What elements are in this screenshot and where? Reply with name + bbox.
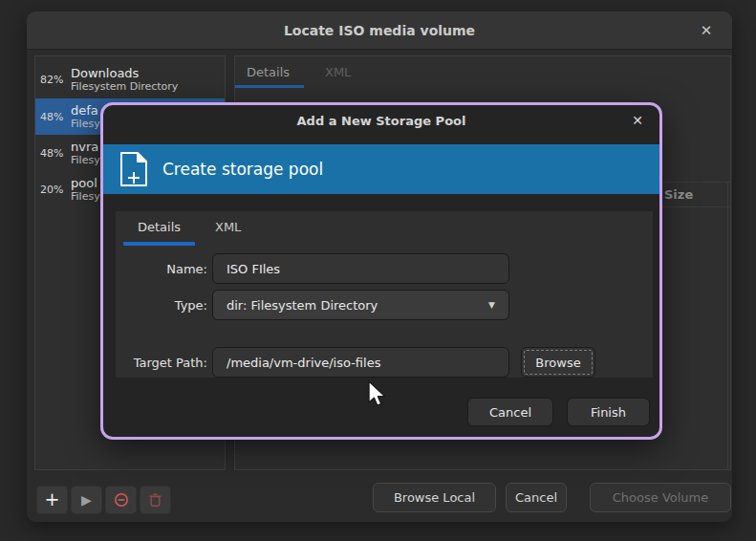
app-background: Locate ISO media volume ✕ 82% Downloads … xyxy=(0,0,756,541)
target-path-input[interactable]: /media/vm-drive/iso-files xyxy=(212,347,509,378)
pool-name: pool xyxy=(71,176,100,190)
type-label: Type: xyxy=(121,298,207,313)
pool-type: Filesystem Directory xyxy=(71,80,178,93)
pool-usage: 48% xyxy=(40,111,71,123)
banner-title: Create storage pool xyxy=(162,160,323,179)
dialog-tab-underline xyxy=(123,242,195,246)
dialog-tab-xml[interactable]: XML xyxy=(215,220,241,234)
window-title: Locate ISO media volume xyxy=(27,11,732,50)
chevron-down-icon: ▼ xyxy=(488,300,495,310)
pool-usage: 82% xyxy=(40,74,71,86)
window-close-button[interactable]: ✕ xyxy=(692,11,721,50)
close-icon: ✕ xyxy=(632,113,643,128)
tab-details[interactable]: Details xyxy=(247,65,290,79)
close-icon: ✕ xyxy=(701,22,713,39)
pool-type: Filesy xyxy=(71,118,100,130)
dialog-close-button[interactable]: ✕ xyxy=(625,105,650,137)
type-dropdown-value: dir: Filesystem Directory xyxy=(227,298,378,313)
trash-icon xyxy=(148,492,162,508)
start-pool-button[interactable]: ▶ xyxy=(71,486,102,514)
new-document-icon xyxy=(119,151,149,187)
pool-name: nvra xyxy=(71,140,100,154)
tab-xml[interactable]: XML xyxy=(325,65,351,79)
pool-usage: 48% xyxy=(40,147,71,160)
pool-type: Filesy xyxy=(71,154,100,166)
pool-name: Downloads xyxy=(71,66,178,80)
plus-icon: + xyxy=(45,488,60,509)
dialog-titlebar[interactable]: Add a New Storage Pool ✕ xyxy=(103,105,659,137)
pool-row-downloads[interactable]: 82% Downloads Filesystem Directory xyxy=(35,61,225,97)
type-dropdown[interactable]: dir: Filesystem Directory ▼ xyxy=(212,290,509,320)
size-column-header[interactable]: Size xyxy=(664,187,693,202)
target-path-label: Target Path: xyxy=(112,356,207,370)
stop-circle-icon xyxy=(114,492,129,508)
browse-button[interactable]: Browse xyxy=(521,347,595,378)
dialog-title: Add a New Storage Pool xyxy=(103,105,659,137)
dialog-cancel-button[interactable]: Cancel xyxy=(467,398,553,426)
delete-pool-button[interactable] xyxy=(140,486,171,514)
tab-underline xyxy=(235,85,304,88)
browse-local-button[interactable]: Browse Local xyxy=(373,483,496,512)
add-pool-button[interactable]: + xyxy=(36,486,68,514)
finish-button[interactable]: Finish xyxy=(567,398,650,426)
main-titlebar[interactable]: Locate ISO media volume ✕ xyxy=(27,11,732,50)
mouse-cursor xyxy=(366,380,387,409)
play-icon: ▶ xyxy=(81,492,92,508)
name-input[interactable]: ISO FIles xyxy=(212,253,509,284)
cancel-button[interactable]: Cancel xyxy=(506,483,567,512)
column-divider xyxy=(727,182,728,469)
name-label: Name: xyxy=(121,262,207,276)
stop-pool-button[interactable] xyxy=(105,486,137,514)
pool-usage: 20% xyxy=(40,184,71,196)
pool-name: defa xyxy=(71,103,100,118)
dialog-tab-details[interactable]: Details xyxy=(138,220,181,234)
dialog-banner: Create storage pool xyxy=(103,144,659,194)
choose-volume-button[interactable]: Choose Volume xyxy=(590,483,731,512)
pool-type: Filesy xyxy=(71,190,100,203)
